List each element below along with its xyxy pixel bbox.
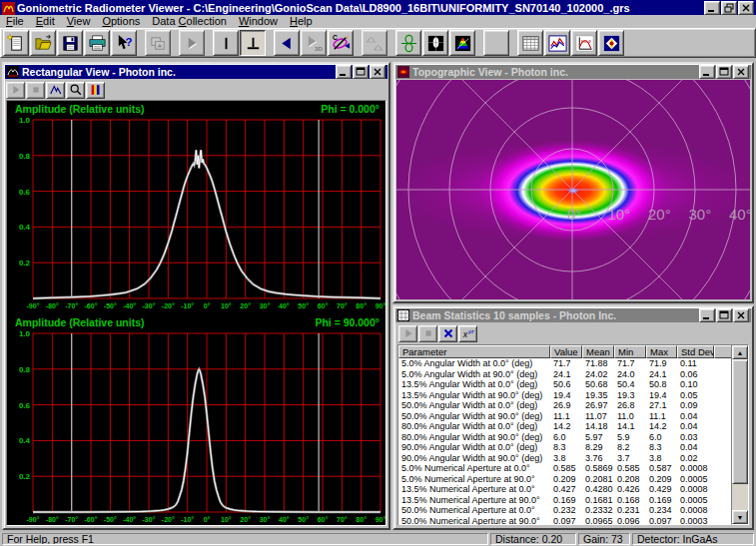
column-header-parameter[interactable]: Parameter bbox=[398, 345, 550, 358]
scroll-up-button[interactable]: ▲ bbox=[732, 345, 748, 359]
column-header-std-dev[interactable]: Std Dev bbox=[677, 345, 714, 358]
statistics-table-button[interactable] bbox=[517, 30, 543, 56]
stats-close-button[interactable] bbox=[733, 308, 749, 322]
table-row[interactable]: 50.0% Numerical Aperture at 90.0°0.0970.… bbox=[398, 516, 733, 526]
cell-value: 11.07 bbox=[582, 411, 614, 422]
composite-view-button[interactable] bbox=[598, 30, 624, 56]
rect-close-button[interactable] bbox=[370, 65, 385, 79]
menu-item-edit[interactable]: Edit bbox=[30, 15, 61, 28]
topo-close-button[interactable] bbox=[733, 65, 749, 79]
cell-value: 14.1 bbox=[614, 421, 646, 432]
column-header-min[interactable]: Min bbox=[614, 345, 646, 358]
profile-vertical-button[interactable] bbox=[213, 30, 239, 56]
cell-value: 8.3 bbox=[646, 442, 677, 453]
find-peak-button[interactable] bbox=[46, 82, 65, 99]
topographic-view-titlebar[interactable]: Topographic View - Photon inc. bbox=[395, 65, 751, 79]
cell-value: 0.234 bbox=[646, 505, 677, 516]
svg-text:60°: 60° bbox=[318, 516, 329, 523]
beam-view-button[interactable] bbox=[422, 30, 448, 56]
column-header-value[interactable]: Value bbox=[550, 345, 582, 358]
table-row[interactable]: 50.0% Numerical Aperture at 0.0°0.2320.2… bbox=[398, 505, 733, 516]
cell-value: 0.427 bbox=[550, 484, 582, 495]
rectangular-view-icon bbox=[7, 66, 19, 78]
plot2-header: Amplitude (Relative units) Phi = 90.000° bbox=[7, 314, 385, 329]
table-row[interactable]: 5.0% Numerical Aperture at 90.0°0.2090.2… bbox=[398, 474, 733, 485]
rect-maximize-button[interactable] bbox=[353, 65, 369, 79]
minimize-button[interactable] bbox=[704, 1, 720, 15]
table-row[interactable]: 13.5% Numerical Aperture at 0.0°0.4270.4… bbox=[398, 484, 733, 495]
column-header-max[interactable]: Max bbox=[646, 345, 677, 358]
cell-value: 0.097 bbox=[550, 516, 582, 526]
menu-item-file[interactable]: File bbox=[0, 15, 30, 28]
scroll-thumb[interactable] bbox=[732, 359, 748, 484]
cell-value: 8.2 bbox=[614, 442, 646, 453]
print-button[interactable] bbox=[84, 30, 110, 56]
svg-text:-30°: -30° bbox=[143, 302, 156, 309]
svg-text:-80°: -80° bbox=[46, 516, 59, 523]
cell-value: 0.0965 bbox=[582, 516, 614, 526]
close-button[interactable] bbox=[738, 1, 754, 15]
table-scrollbar[interactable]: ▲ ▼ bbox=[731, 344, 749, 525]
rectangular-view-toolbar bbox=[4, 80, 388, 100]
table-row[interactable]: 50.0% Angular Width at 0.0° (deg)26.926.… bbox=[398, 400, 733, 411]
beam-statistics-client: xyz ParameterValueMeanMinMaxStd Dev5.0% … bbox=[396, 323, 750, 526]
table-row[interactable]: 80.0% Angular Width at 0.0° (deg)14.214.… bbox=[398, 421, 733, 432]
cell-value: 27.1 bbox=[646, 400, 677, 411]
previous-view-button[interactable] bbox=[274, 30, 300, 56]
table-row[interactable]: 5.0% Angular Width at 0.0° (deg)71.771.8… bbox=[398, 358, 733, 369]
svg-text:70°: 70° bbox=[337, 302, 348, 309]
menu-item-view[interactable]: View bbox=[61, 15, 97, 28]
save-button[interactable] bbox=[57, 30, 83, 56]
rectangular-view-window: Rectangular View - Photon inc. Amplitude… bbox=[2, 62, 390, 530]
topographic-view-button[interactable] bbox=[449, 30, 475, 56]
table-row[interactable]: 50.0% Angular Width at 90.0° (deg)11.111… bbox=[398, 411, 733, 422]
topo-maximize-button[interactable] bbox=[716, 65, 732, 79]
table-row[interactable]: 13.5% Numerical Aperture at 90.0°0.1690.… bbox=[398, 495, 733, 506]
cell-value: 3.7 bbox=[614, 453, 646, 464]
table-row[interactable]: 13.5% Angular Width at 90.0° (deg)19.419… bbox=[398, 390, 733, 401]
svg-text:0.8: 0.8 bbox=[19, 365, 31, 374]
polar-loops-view-button[interactable] bbox=[395, 30, 421, 56]
scroll-down-button[interactable]: ▼ bbox=[732, 510, 748, 524]
blank-button[interactable] bbox=[483, 30, 509, 56]
edit-scan-button[interactable]: C bbox=[328, 30, 354, 56]
main-titlebar[interactable]: Goniometric Radiometer Viewer - C:\Engin… bbox=[0, 0, 756, 15]
profile-perpendicular-button[interactable] bbox=[240, 30, 266, 56]
table-row[interactable]: 90.0% Angular Width at 0.0° (deg)8.38.29… bbox=[398, 442, 733, 453]
beam-statistics-window: Beam Statistics 10 samples - Photon Inc.… bbox=[392, 305, 754, 530]
table-row[interactable]: 5.0% Angular Width at 90.0° (deg)24.124.… bbox=[398, 369, 733, 380]
cell-value: 19.4 bbox=[646, 390, 677, 401]
stats-minimize-button[interactable] bbox=[699, 308, 715, 322]
app-icon bbox=[2, 2, 14, 14]
open-button[interactable] bbox=[30, 30, 56, 56]
stats-maximize-button[interactable] bbox=[716, 308, 732, 322]
table-row[interactable]: 13.5% Angular Width at 0.0° (deg)50.650.… bbox=[398, 379, 733, 390]
menu-item-help[interactable]: Help bbox=[284, 15, 319, 28]
table-row[interactable]: 5.0% Numerical Aperture at 0.0°0.5850.58… bbox=[398, 463, 733, 474]
cell-value: 0.585 bbox=[614, 463, 646, 474]
menu-item-window[interactable]: Window bbox=[233, 15, 284, 28]
rect-minimize-button[interactable] bbox=[336, 65, 352, 79]
clear-button[interactable] bbox=[438, 325, 457, 342]
cell-parameter: 50.0% Angular Width at 0.0° (deg) bbox=[398, 400, 550, 411]
context-help-button[interactable]: ? bbox=[111, 30, 137, 56]
menu-item-data-collection[interactable]: Data Collection bbox=[146, 15, 233, 28]
p-theta-phi-button[interactable]: P,θ,Φ bbox=[571, 30, 597, 56]
trend-chart-button[interactable] bbox=[544, 30, 570, 56]
palette-button[interactable] bbox=[86, 82, 105, 99]
rectangular-view-titlebar[interactable]: Rectangular View - Photon inc. bbox=[5, 65, 387, 79]
table-row[interactable]: 80.0% Angular Width at 90.0° (deg)6.05.9… bbox=[398, 432, 733, 443]
restore-button[interactable] bbox=[721, 1, 737, 15]
new-button[interactable] bbox=[3, 30, 29, 56]
cell-value: 6.0 bbox=[550, 432, 582, 443]
cell-value: 3.8 bbox=[550, 453, 582, 464]
cell-value: 50.8 bbox=[646, 379, 677, 390]
menu-item-options[interactable]: Options bbox=[96, 15, 146, 28]
zoom-button[interactable] bbox=[66, 82, 85, 99]
column-header-mean[interactable]: Mean bbox=[582, 345, 614, 358]
svg-text:90°: 90° bbox=[376, 302, 385, 309]
xyz-format-button[interactable]: xyz bbox=[458, 325, 477, 342]
beam-statistics-titlebar[interactable]: Beam Statistics 10 samples - Photon Inc. bbox=[395, 308, 751, 322]
topo-minimize-button[interactable] bbox=[699, 65, 715, 79]
table-row[interactable]: 90.0% Angular Width at 90.0° (deg)3.83.7… bbox=[398, 453, 733, 464]
